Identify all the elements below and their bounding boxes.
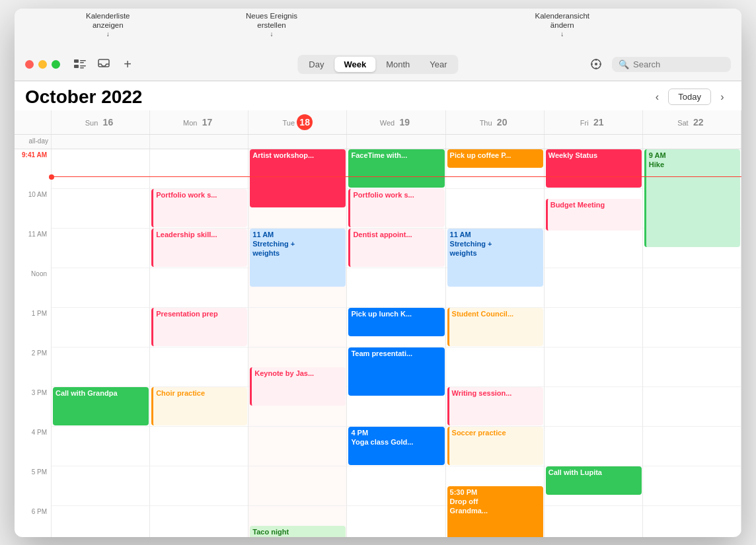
time-cell-day3-hour18[interactable] (347, 506, 445, 537)
today-button[interactable]: Today (668, 89, 711, 105)
allday-wed19[interactable] (347, 135, 445, 149)
event-e7[interactable]: Portfolio work s... (348, 189, 444, 227)
time-cell-day0-hour13[interactable] (52, 308, 150, 347)
calendar-list-button[interactable] (71, 55, 89, 73)
event-e4[interactable]: Weekly Status (546, 149, 642, 188)
time-cell-day5-hour16[interactable] (545, 427, 643, 466)
view-tab-week[interactable]: Week (334, 57, 375, 72)
view-tab-day[interactable]: Day (299, 57, 333, 72)
event-e22[interactable]: 4 PM Yoga class Gold... (348, 427, 444, 465)
time-cell-day1-hour18[interactable] (150, 506, 248, 537)
day-number: 20 (494, 114, 510, 130)
time-cell-day3-hour12[interactable] (347, 268, 445, 308)
event-e11[interactable]: Dentist appoint... (348, 229, 444, 267)
svg-rect-4 (80, 65, 86, 67)
event-e16[interactable]: Keynote by Jas... (250, 367, 346, 406)
time-cell-day2-hour16[interactable] (248, 427, 347, 466)
time-cell-day6-hour17[interactable] (643, 466, 741, 506)
time-cell-day5-hour13[interactable] (545, 308, 643, 347)
time-cell-day6-hour15[interactable] (643, 387, 741, 427)
allday-thu20[interactable] (446, 135, 545, 149)
time-cell-day0-hour14[interactable] (52, 347, 150, 387)
time-cell-day1-hour17[interactable] (150, 466, 248, 506)
event-e2[interactable]: FaceTime with... (348, 149, 444, 188)
time-cell-day5-hour12[interactable] (545, 268, 643, 308)
day-number-today: 18 (297, 114, 313, 130)
event-e12[interactable]: 11 AM Stretching + weights (447, 229, 543, 287)
day-number: 17 (199, 114, 215, 130)
time-cell-day1-hour16[interactable] (150, 427, 248, 466)
time-cell-day1-hour12[interactable] (150, 268, 248, 308)
time-cell-day2-hour17[interactable] (248, 466, 347, 506)
traffic-lights (25, 60, 60, 69)
time-cell-day4-hour14[interactable] (446, 347, 545, 387)
location-button[interactable] (587, 55, 605, 73)
event-e25[interactable]: 5:30 PM Drop off Grandma... (447, 486, 543, 537)
time-cell-day0-hour10[interactable] (52, 189, 150, 229)
minimize-button[interactable] (38, 60, 47, 69)
inbox-button[interactable] (94, 55, 113, 73)
event-e3[interactable]: Pick up coffee P... (447, 149, 543, 168)
allday-tue18[interactable] (248, 135, 347, 149)
event-e6[interactable]: Portfolio work s... (151, 189, 247, 227)
day-headers-row: Sun 16 Mon 17 Tue 18 Wed 19 Thu 20 Fri 2… (15, 110, 741, 135)
event-e14[interactable]: Pick up lunch K... (348, 308, 444, 336)
day-number: 19 (397, 114, 412, 130)
annotation-view-change: Kalenderansicht ändern ↓ (535, 11, 589, 38)
day-header-mon17: Mon 17 (150, 110, 248, 134)
prev-week-button[interactable]: ‹ (648, 89, 665, 106)
time-cell-day6-hour12[interactable] (643, 268, 741, 308)
time-cell-day1-hour9[interactable] (150, 149, 248, 189)
event-e23[interactable]: Call with Lupita (546, 466, 642, 495)
allday-fri21[interactable] (545, 135, 643, 149)
event-e18[interactable]: Call with Grandpa (53, 387, 149, 425)
new-event-button[interactable]: + (118, 55, 137, 73)
event-e20[interactable]: Writing session... (447, 387, 543, 425)
svg-rect-5 (80, 67, 84, 69)
event-e19[interactable]: Choir practice (151, 387, 247, 425)
time-cell-day5-hour11[interactable] (545, 229, 643, 268)
time-cell-day6-hour13[interactable] (643, 308, 741, 347)
time-cell-day0-hour12[interactable] (52, 268, 150, 308)
time-cell-day0-hour9[interactable] (52, 149, 150, 189)
time-cell-day0-hour16[interactable] (52, 427, 150, 466)
time-cell-day5-hour14[interactable] (545, 347, 643, 387)
event-e17[interactable]: Team presentati... (348, 347, 444, 396)
close-button[interactable] (25, 60, 34, 69)
time-cell-day0-hour18[interactable] (52, 506, 150, 537)
event-e13[interactable]: Presentation prep (151, 308, 247, 346)
time-cell-day3-hour17[interactable] (347, 466, 445, 506)
time-cell-day4-hour10[interactable] (446, 189, 545, 229)
time-cell-day5-hour18[interactable] (545, 506, 643, 537)
time-cell-day1-hour14[interactable] (150, 347, 248, 387)
view-tab-month[interactable]: Month (377, 57, 419, 72)
event-e24[interactable]: Taco night (250, 526, 346, 537)
event-e21[interactable]: Soccer practice (447, 427, 543, 465)
time-cell-day6-hour18[interactable] (643, 506, 741, 537)
time-label-6pm: 6 PM (15, 506, 52, 537)
event-e9[interactable]: Leadership skill... (151, 229, 247, 267)
event-e5[interactable]: 9 AM Hike (644, 149, 740, 247)
event-e10[interactable]: 11 AM Stretching + weights (250, 229, 346, 287)
time-cell-day0-hour17[interactable] (52, 466, 150, 506)
search-input[interactable] (633, 59, 724, 69)
time-label-11am: 11 AM (15, 229, 52, 268)
allday-sun16[interactable] (52, 135, 150, 149)
time-cell-day2-hour13[interactable] (248, 308, 347, 347)
time-cell-day6-hour16[interactable] (643, 427, 741, 466)
time-cell-day0-hour11[interactable] (52, 229, 150, 268)
time-label-4pm: 4 PM (15, 427, 52, 466)
search-box[interactable]: 🔍 (612, 57, 731, 72)
allday-sat22[interactable] (643, 135, 741, 149)
next-week-button[interactable]: › (714, 89, 731, 106)
event-e15[interactable]: Student Council... (447, 308, 543, 346)
time-cell-day6-hour14[interactable] (643, 347, 741, 387)
maximize-button[interactable] (52, 60, 60, 69)
event-e8[interactable]: Budget Meeting (546, 199, 642, 231)
calendar-window: Kalenderliste anzeigen ↓ Neues Ereignis … (15, 9, 741, 537)
event-e1[interactable]: Artist workshop... (250, 149, 346, 207)
time-cell-day5-hour15[interactable] (545, 387, 643, 427)
day-header-fri21: Fri 21 (545, 110, 643, 134)
view-tab-year[interactable]: Year (420, 57, 456, 72)
allday-mon17[interactable] (150, 135, 248, 149)
